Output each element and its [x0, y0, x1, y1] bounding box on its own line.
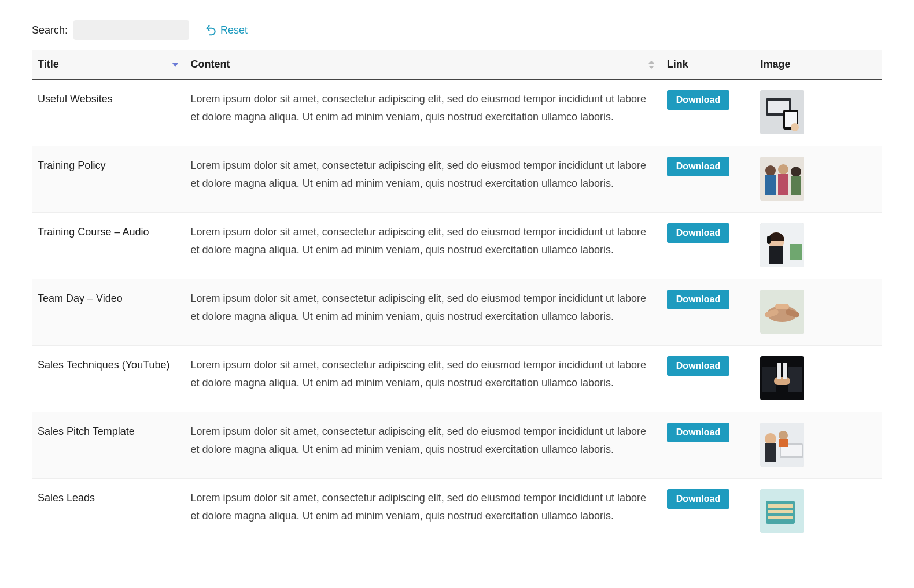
download-button[interactable]: Download: [667, 290, 729, 309]
svg-marker-1: [648, 61, 654, 64]
table-row: Sales Pitch TemplateLorem ipsum dolor si…: [32, 412, 882, 479]
download-button[interactable]: Download: [667, 423, 729, 442]
svg-rect-20: [767, 236, 771, 244]
cell-content: Lorem ipsum dolor sit amet, consectetur …: [185, 213, 661, 279]
cell-title: Training Course – Audio: [32, 213, 185, 279]
sort-both-icon: [648, 60, 654, 69]
sort-desc-icon: [172, 61, 178, 68]
thumbnail: [760, 90, 804, 134]
svg-point-10: [765, 165, 776, 176]
cell-content: Lorem ipsum dolor sit amet, consectetur …: [185, 412, 661, 479]
cell-image: [754, 146, 882, 213]
svg-point-12: [778, 164, 788, 175]
thumbnail: [760, 157, 804, 201]
undo-icon: [205, 24, 217, 36]
col-header-image-label: Image: [760, 58, 790, 70]
svg-rect-27: [762, 367, 776, 392]
svg-marker-2: [648, 66, 654, 69]
table-row: Training PolicyLorem ipsum dolor sit ame…: [32, 146, 882, 213]
cell-link: Download: [661, 346, 755, 412]
download-button[interactable]: Download: [667, 223, 729, 243]
col-header-link: Link: [661, 50, 755, 79]
cell-image: [754, 479, 882, 545]
download-button[interactable]: Download: [667, 489, 729, 509]
cell-title: Sales Techniques (YouTube): [32, 346, 185, 412]
table-row: Team Day – VideoLorem ipsum dolor sit am…: [32, 279, 882, 346]
search-input[interactable]: [73, 20, 189, 40]
cell-title: Useful Websites: [32, 79, 185, 146]
col-header-image: Image: [754, 50, 882, 79]
svg-rect-42: [768, 510, 793, 513]
svg-point-35: [765, 433, 776, 445]
cell-link: Download: [661, 479, 755, 545]
download-button[interactable]: Download: [667, 356, 729, 376]
svg-rect-25: [775, 304, 789, 309]
cell-image: [754, 79, 882, 146]
svg-rect-17: [790, 244, 802, 260]
cell-image: [754, 213, 882, 279]
resources-table: Title Content Link Image Useful Websites…: [32, 50, 882, 545]
col-header-title-label: Title: [38, 58, 59, 70]
reset-label: Reset: [220, 24, 248, 36]
svg-rect-36: [765, 443, 776, 462]
cell-content: Lorem ipsum dolor sit amet, consectetur …: [185, 479, 661, 545]
col-header-title[interactable]: Title: [32, 50, 185, 79]
thumbnail: [760, 290, 804, 334]
svg-rect-43: [768, 516, 793, 519]
col-header-content-label: Content: [191, 58, 230, 70]
download-button[interactable]: Download: [667, 157, 729, 176]
svg-rect-19: [769, 246, 783, 264]
thumbnail: [760, 223, 804, 267]
svg-rect-38: [779, 439, 788, 447]
cell-link: Download: [661, 146, 755, 213]
svg-rect-28: [788, 367, 802, 392]
svg-rect-30: [777, 363, 781, 379]
cell-title: Sales Leads: [32, 479, 185, 545]
svg-rect-41: [768, 504, 793, 508]
svg-point-8: [791, 123, 799, 131]
table-row: Training Course – AudioLorem ipsum dolor…: [32, 213, 882, 279]
svg-rect-31: [783, 363, 787, 379]
svg-rect-15: [791, 176, 801, 195]
cell-link: Download: [661, 412, 755, 479]
cell-title: Training Policy: [32, 146, 185, 213]
svg-rect-13: [778, 174, 788, 195]
thumbnail: [760, 489, 804, 533]
download-button[interactable]: Download: [667, 90, 729, 110]
cell-image: [754, 346, 882, 412]
reset-link[interactable]: Reset: [205, 24, 248, 36]
search-label: Search:: [32, 24, 68, 36]
cell-title: Team Day – Video: [32, 279, 185, 346]
cell-content: Lorem ipsum dolor sit amet, consectetur …: [185, 146, 661, 213]
thumbnail: [760, 356, 804, 400]
svg-marker-0: [172, 63, 178, 67]
cell-content: Lorem ipsum dolor sit amet, consectetur …: [185, 79, 661, 146]
cell-content: Lorem ipsum dolor sit amet, consectetur …: [185, 279, 661, 346]
table-row: Sales Techniques (YouTube)Lorem ipsum do…: [32, 346, 882, 412]
col-header-link-label: Link: [667, 58, 688, 70]
svg-point-14: [791, 167, 801, 177]
cell-image: [754, 279, 882, 346]
table-header-row: Title Content Link Image: [32, 50, 882, 79]
thumbnail: [760, 423, 804, 467]
col-header-content[interactable]: Content: [185, 50, 661, 79]
search-bar: Search: Reset: [32, 20, 882, 40]
cell-link: Download: [661, 279, 755, 346]
cell-link: Download: [661, 79, 755, 146]
table-row: Sales LeadsLorem ipsum dolor sit amet, c…: [32, 479, 882, 545]
svg-rect-29: [774, 377, 790, 385]
cell-title: Sales Pitch Template: [32, 412, 185, 479]
svg-rect-11: [765, 175, 776, 195]
table-row: Useful WebsitesLorem ipsum dolor sit ame…: [32, 79, 882, 146]
svg-point-37: [779, 431, 788, 440]
cell-image: [754, 412, 882, 479]
cell-content: Lorem ipsum dolor sit amet, consectetur …: [185, 346, 661, 412]
cell-link: Download: [661, 213, 755, 279]
